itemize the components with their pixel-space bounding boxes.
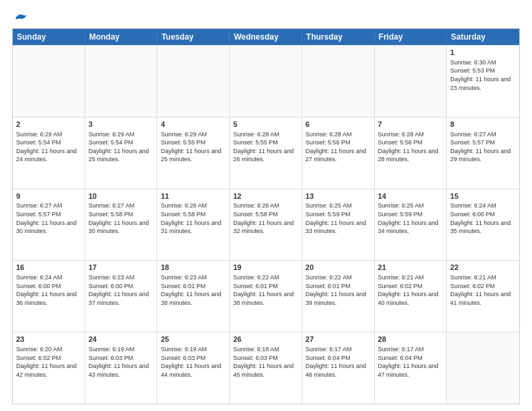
calendar-cell-5-5: 27Sunrise: 6:17 AM Sunset: 6:04 PM Dayli… [302,332,375,404]
calendar-cell-3-1: 9Sunrise: 6:27 AM Sunset: 5:57 PM Daylig… [13,189,85,261]
calendar-cell-1-3 [157,46,230,117]
weekday-header-saturday: Saturday [447,29,519,45]
cell-info: Sunrise: 6:22 AM Sunset: 6:01 PM Dayligh… [306,273,371,307]
weekday-header-tuesday: Tuesday [157,29,230,45]
calendar-body: 1Sunrise: 6:30 AM Sunset: 5:53 PM Daylig… [13,45,519,404]
cell-info: Sunrise: 6:21 AM Sunset: 6:02 PM Dayligh… [450,273,516,307]
day-number: 5 [233,120,298,130]
weekday-header-monday: Monday [85,29,158,45]
day-number: 24 [89,334,154,345]
day-number: 17 [89,263,154,273]
page: SundayMondayTuesdayWednesdayThursdayFrid… [0,0,532,411]
day-number: 15 [450,191,516,201]
weekday-header-wednesday: Wednesday [230,29,302,45]
day-number: 12 [233,191,298,201]
cell-info: Sunrise: 6:28 AM Sunset: 5:55 PM Dayligh… [233,130,298,164]
logo [12,11,28,23]
calendar-cell-3-6: 14Sunrise: 6:25 AM Sunset: 5:59 PM Dayli… [375,189,447,261]
day-number: 9 [16,191,81,201]
day-number: 26 [233,334,298,345]
calendar-cell-4-7: 22Sunrise: 6:21 AM Sunset: 6:02 PM Dayli… [447,261,519,332]
cell-info: Sunrise: 6:27 AM Sunset: 5:57 PM Dayligh… [16,201,81,235]
logo-bird-icon [15,11,28,24]
cell-info: Sunrise: 6:19 AM Sunset: 6:03 PM Dayligh… [161,345,226,379]
calendar-header: SundayMondayTuesdayWednesdayThursdayFrid… [13,29,519,45]
day-number: 10 [89,191,154,201]
calendar-cell-2-1: 2Sunrise: 6:29 AM Sunset: 5:54 PM Daylig… [13,118,85,189]
calendar-cell-5-6: 28Sunrise: 6:17 AM Sunset: 6:04 PM Dayli… [375,332,447,404]
day-number: 11 [161,191,226,201]
cell-info: Sunrise: 6:18 AM Sunset: 6:03 PM Dayligh… [233,345,298,379]
calendar-cell-5-1: 23Sunrise: 6:20 AM Sunset: 6:02 PM Dayli… [13,332,85,404]
calendar-cell-2-7: 8Sunrise: 6:27 AM Sunset: 5:57 PM Daylig… [447,118,519,189]
day-number: 14 [378,191,443,201]
day-number: 25 [161,334,226,345]
calendar-cell-4-1: 16Sunrise: 6:24 AM Sunset: 6:00 PM Dayli… [13,261,85,332]
day-number: 6 [306,120,371,130]
cell-info: Sunrise: 6:24 AM Sunset: 6:00 PM Dayligh… [450,201,516,235]
calendar-cell-1-6 [375,46,447,117]
calendar-cell-1-4 [230,46,302,117]
cell-info: Sunrise: 6:27 AM Sunset: 5:57 PM Dayligh… [450,130,516,164]
calendar-cell-1-7: 1Sunrise: 6:30 AM Sunset: 5:53 PM Daylig… [447,46,519,117]
header [12,11,520,23]
cell-info: Sunrise: 6:25 AM Sunset: 5:59 PM Dayligh… [306,201,371,235]
calendar-cell-4-2: 17Sunrise: 6:23 AM Sunset: 6:00 PM Dayli… [85,261,158,332]
day-number: 23 [16,334,81,345]
cell-info: Sunrise: 6:29 AM Sunset: 5:55 PM Dayligh… [161,130,226,164]
cell-info: Sunrise: 6:22 AM Sunset: 6:01 PM Dayligh… [233,273,298,307]
calendar-row-3: 9Sunrise: 6:27 AM Sunset: 5:57 PM Daylig… [13,189,519,261]
cell-info: Sunrise: 6:27 AM Sunset: 5:58 PM Dayligh… [89,201,154,235]
calendar-row-2: 2Sunrise: 6:29 AM Sunset: 5:54 PM Daylig… [13,117,519,189]
calendar-cell-4-6: 21Sunrise: 6:21 AM Sunset: 6:02 PM Dayli… [375,261,447,332]
calendar-cell-4-3: 18Sunrise: 6:23 AM Sunset: 6:01 PM Dayli… [157,261,230,332]
calendar-row-5: 23Sunrise: 6:20 AM Sunset: 6:02 PM Dayli… [13,332,519,404]
calendar-cell-5-3: 25Sunrise: 6:19 AM Sunset: 6:03 PM Dayli… [157,332,230,404]
cell-info: Sunrise: 6:23 AM Sunset: 6:00 PM Dayligh… [89,273,154,307]
day-number: 28 [378,334,443,345]
cell-info: Sunrise: 6:29 AM Sunset: 5:54 PM Dayligh… [89,130,154,164]
day-number: 2 [16,120,81,130]
cell-info: Sunrise: 6:17 AM Sunset: 6:04 PM Dayligh… [306,345,371,379]
calendar-cell-5-4: 26Sunrise: 6:18 AM Sunset: 6:03 PM Dayli… [230,332,302,404]
day-number: 27 [306,334,371,345]
cell-info: Sunrise: 6:24 AM Sunset: 6:00 PM Dayligh… [16,273,81,307]
cell-info: Sunrise: 6:26 AM Sunset: 5:58 PM Dayligh… [161,201,226,235]
calendar-cell-4-4: 19Sunrise: 6:22 AM Sunset: 6:01 PM Dayli… [230,261,302,332]
day-number: 7 [378,120,443,130]
calendar-cell-2-3: 4Sunrise: 6:29 AM Sunset: 5:55 PM Daylig… [157,118,230,189]
calendar-cell-3-2: 10Sunrise: 6:27 AM Sunset: 5:58 PM Dayli… [85,189,158,261]
day-number: 4 [161,120,226,130]
calendar-cell-2-6: 7Sunrise: 6:28 AM Sunset: 5:56 PM Daylig… [375,118,447,189]
cell-info: Sunrise: 6:26 AM Sunset: 5:58 PM Dayligh… [233,201,298,235]
weekday-header-thursday: Thursday [302,29,375,45]
cell-info: Sunrise: 6:25 AM Sunset: 5:59 PM Dayligh… [378,201,443,235]
day-number: 13 [306,191,371,201]
cell-info: Sunrise: 6:29 AM Sunset: 5:54 PM Dayligh… [16,130,81,164]
calendar-cell-3-3: 11Sunrise: 6:26 AM Sunset: 5:58 PM Dayli… [157,189,230,261]
day-number: 16 [16,263,81,273]
calendar-cell-3-4: 12Sunrise: 6:26 AM Sunset: 5:58 PM Dayli… [230,189,302,261]
calendar-cell-3-7: 15Sunrise: 6:24 AM Sunset: 6:00 PM Dayli… [447,189,519,261]
cell-info: Sunrise: 6:17 AM Sunset: 6:04 PM Dayligh… [378,345,443,379]
cell-info: Sunrise: 6:30 AM Sunset: 5:53 PM Dayligh… [450,58,516,92]
cell-info: Sunrise: 6:19 AM Sunset: 6:03 PM Dayligh… [89,345,154,379]
calendar: SundayMondayTuesdayWednesdayThursdayFrid… [12,28,520,404]
calendar-cell-1-1 [13,46,85,117]
day-number: 20 [306,263,371,273]
cell-info: Sunrise: 6:23 AM Sunset: 6:01 PM Dayligh… [161,273,226,307]
calendar-cell-3-5: 13Sunrise: 6:25 AM Sunset: 5:59 PM Dayli… [302,189,375,261]
cell-info: Sunrise: 6:21 AM Sunset: 6:02 PM Dayligh… [378,273,443,307]
calendar-cell-5-7 [447,332,519,404]
weekday-header-friday: Friday [375,29,447,45]
calendar-cell-2-2: 3Sunrise: 6:29 AM Sunset: 5:54 PM Daylig… [85,118,158,189]
calendar-row-1: 1Sunrise: 6:30 AM Sunset: 5:53 PM Daylig… [13,45,519,117]
weekday-header-sunday: Sunday [13,29,85,45]
day-number: 21 [378,263,443,273]
day-number: 22 [450,263,516,273]
calendar-cell-2-5: 6Sunrise: 6:28 AM Sunset: 5:56 PM Daylig… [302,118,375,189]
calendar-cell-1-5 [302,46,375,117]
calendar-cell-4-5: 20Sunrise: 6:22 AM Sunset: 6:01 PM Dayli… [302,261,375,332]
day-number: 19 [233,263,298,273]
calendar-row-4: 16Sunrise: 6:24 AM Sunset: 6:00 PM Dayli… [13,260,519,332]
